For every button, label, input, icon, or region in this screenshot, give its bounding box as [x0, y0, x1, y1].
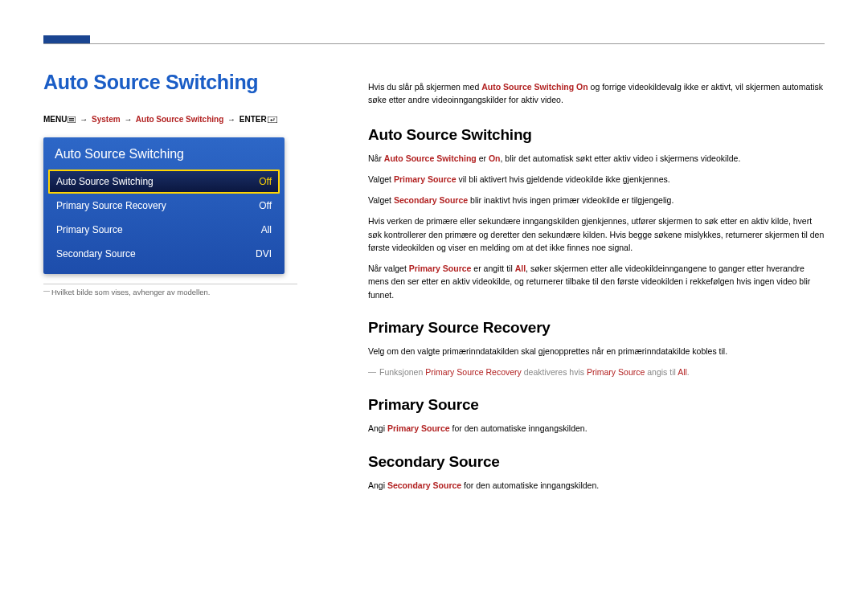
breadcrumb-arrow: →	[227, 115, 235, 124]
left-column: Auto Source Switching MENU → System → Au…	[43, 71, 297, 500]
page-content: Auto Source Switching MENU → System → Au…	[43, 71, 825, 500]
heading-secondary-source: Secondary Source	[368, 453, 825, 471]
osd-row-label: Secondary Source	[56, 248, 136, 260]
psr-note: Funksjonen Primary Source Recovery deakt…	[368, 366, 825, 378]
osd-row-auto-source-switching[interactable]: Auto Source Switching Off	[48, 170, 280, 194]
breadcrumb-system: System	[92, 115, 121, 124]
osd-row-secondary-source[interactable]: Secondary Source DVI	[48, 242, 280, 266]
osd-row-label: Primary Source	[56, 224, 123, 235]
enter-icon	[268, 116, 277, 125]
breadcrumb-arrow: →	[80, 115, 88, 124]
breadcrumb: MENU → System → Auto Source Switching → …	[43, 115, 297, 125]
ass-p5: Når valget Primary Source er angitt til …	[368, 262, 825, 301]
breadcrumb-arrow: →	[124, 115, 132, 124]
ass-p2: Valget Primary Source vil bli aktivert h…	[368, 173, 825, 186]
ass-p3: Valget Secondary Source blir inaktivt hv…	[368, 194, 825, 206]
osd-row-primary-source-recovery[interactable]: Primary Source Recovery Off	[48, 194, 280, 218]
osd-rows: Auto Source Switching Off Primary Source…	[43, 170, 285, 274]
osd-row-value: All	[261, 224, 272, 235]
breadcrumb-ass: Auto Source Switching	[136, 115, 223, 124]
osd-row-label: Auto Source Switching	[56, 176, 154, 187]
breadcrumb-menu: MENU	[43, 115, 67, 124]
heading-primary-source-recovery: Primary Source Recovery	[368, 319, 825, 337]
osd-row-label: Primary Source Recovery	[56, 200, 166, 211]
heading-auto-source-switching: Auto Source Switching	[368, 126, 825, 144]
ss-p1: Angi Secondary Source for den automatisk…	[368, 479, 825, 492]
page-top-divider	[43, 43, 825, 44]
osd-panel: Auto Source Switching Auto Source Switch…	[43, 137, 285, 274]
ass-p1: Når Auto Source Switching er On, blir de…	[368, 152, 825, 165]
ass-p4: Hvis verken de primære eller sekundære i…	[368, 215, 825, 254]
osd-row-value: Off	[259, 200, 272, 211]
page-title: Auto Source Switching	[43, 71, 297, 94]
intro-paragraph: Hvis du slår på skjermen med Auto Source…	[368, 80, 825, 107]
osd-row-value: DVI	[256, 248, 272, 260]
svg-rect-4	[268, 116, 277, 123]
left-footnote: Hvilket bilde som vises, avhenger av mod…	[43, 284, 297, 296]
osd-panel-title: Auto Source Switching	[43, 137, 285, 170]
ps-p1: Angi Primary Source for den automatiske …	[368, 422, 825, 435]
psr-p1: Velg om den valgte primærinndatakilden s…	[368, 345, 825, 358]
osd-row-primary-source[interactable]: Primary Source All	[48, 218, 280, 242]
breadcrumb-enter: ENTER	[240, 115, 267, 124]
right-column: Hvis du slår på skjermen med Auto Source…	[368, 71, 825, 500]
osd-row-value: Off	[259, 176, 272, 187]
heading-primary-source: Primary Source	[368, 396, 825, 414]
menu-icon	[68, 116, 76, 125]
